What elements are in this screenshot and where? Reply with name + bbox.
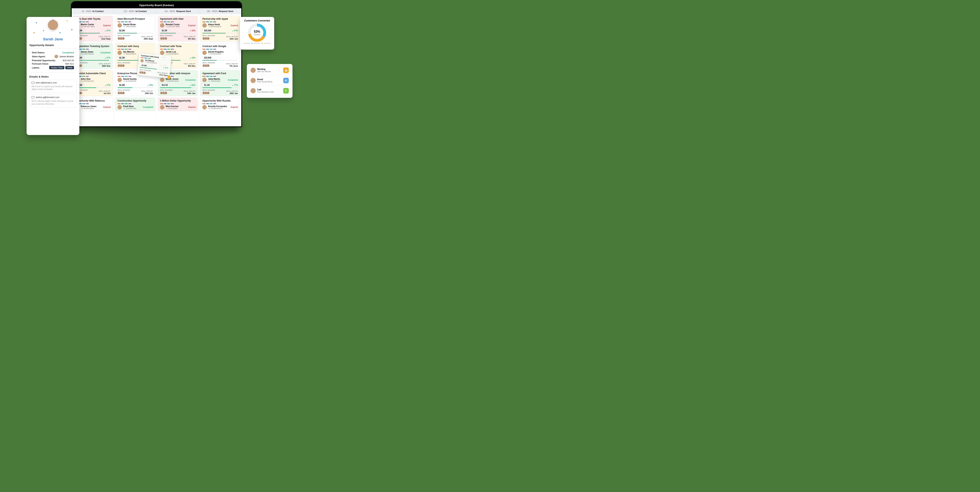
deal-makers[interactable] bbox=[202, 91, 215, 94]
potential-label: Potential Opportunity: bbox=[32, 59, 56, 62]
email-snippet: We're offering digital media strategies … bbox=[32, 100, 75, 105]
progress-bar bbox=[202, 33, 238, 33]
deal-amount: $2.2M bbox=[160, 29, 169, 32]
opportunity-card[interactable]: Contract with GoogleDavid Kingsley+1 876… bbox=[200, 43, 240, 69]
due-label: DEAL DUE BY bbox=[226, 63, 238, 65]
card-stripes bbox=[202, 76, 216, 77]
due-date: 14th Jan bbox=[184, 92, 196, 94]
dragging-card[interactable]: Contract with Sony Sia Warner+1 89123456… bbox=[137, 53, 172, 78]
deal-amount: $2.2M bbox=[118, 29, 127, 32]
label-pill-retail[interactable]: Retail bbox=[65, 66, 74, 69]
deal-makers[interactable] bbox=[118, 37, 130, 40]
due-label: DEAL DUE BY bbox=[99, 90, 111, 92]
deal-makers[interactable] bbox=[160, 91, 173, 94]
legend-dots bbox=[243, 43, 271, 44]
mail-icon: ✉ bbox=[283, 78, 289, 83]
deal-delta: 67% bbox=[232, 30, 238, 32]
activity-call[interactable]: Callfrom Randal Costa ✆ bbox=[249, 86, 291, 95]
column-pct: (0 - 20)% bbox=[82, 10, 91, 13]
column-header-4[interactable]: (61 - 80)%Request Sent bbox=[199, 8, 241, 14]
email-item[interactable]: ashton.g@domain2.com We're offering digi… bbox=[29, 94, 76, 107]
deal-makers[interactable] bbox=[202, 64, 215, 67]
deal-makers[interactable] bbox=[118, 64, 130, 67]
opportunity-card[interactable]: Construction OpportunityPaoli Dam+1 1234… bbox=[115, 98, 155, 111]
deal-delta: 43% bbox=[189, 57, 196, 59]
card-title: Contract with Tesla bbox=[160, 45, 196, 48]
opportunity-details-panel: Sarah Jane Opportunity Details Deal Stat… bbox=[27, 17, 80, 135]
column-label: In Contact bbox=[135, 10, 146, 13]
label-pill-supply-chain[interactable]: Supply Chain bbox=[49, 66, 64, 69]
opportunity-card[interactable]: Agreement with UberRandal Costa+1 234 56… bbox=[158, 16, 198, 41]
opportunity-card[interactable]: Agreement with FordJulia Martin+1 765432… bbox=[200, 70, 240, 96]
avatar bbox=[251, 88, 256, 93]
closed-label: Closed bbox=[254, 33, 260, 36]
activity-email[interactable]: Emailfrom Daniel Brian ✉ bbox=[249, 76, 291, 85]
progress-bar bbox=[75, 88, 111, 88]
progress-bar bbox=[160, 33, 196, 33]
due-date: 10th Oct bbox=[141, 92, 153, 94]
status-badge: Expired bbox=[188, 106, 196, 108]
due-date: 21st Sept bbox=[99, 38, 111, 40]
activity-meeting[interactable]: Meetingwith Sia Warner ▦ bbox=[249, 66, 291, 75]
deal-delta: 67% bbox=[105, 30, 111, 32]
opportunity-card[interactable]: Ideal Microsoft ProspectDaniel Brian+1 7… bbox=[115, 16, 155, 41]
card-title: Ideal Microsoft Prospect bbox=[118, 18, 153, 20]
opportunity-card[interactable]: Opportunity With RuzellaRuzella Fernande… bbox=[200, 98, 240, 111]
customer-name: Sarah Jane bbox=[29, 37, 76, 41]
progress-bar bbox=[202, 88, 238, 88]
column-header-2[interactable]: (21 - 40)%In Contact bbox=[114, 8, 157, 14]
opportunity-card[interactable]: 1 Million Dollar OpportunityMila Kutcher… bbox=[158, 98, 198, 111]
agent-name: James Aniston bbox=[59, 55, 74, 58]
agent-value[interactable]: James Aniston bbox=[54, 55, 74, 58]
status-badge: Expired bbox=[231, 106, 238, 108]
widget-title: Customers Converted bbox=[243, 19, 271, 22]
makers-label: DEAL MAKERS bbox=[160, 35, 173, 37]
contact-name: David Kingsley bbox=[208, 51, 224, 53]
makers-label: DEAL MAKERS bbox=[118, 35, 130, 37]
due-date: 1st Oct bbox=[99, 92, 111, 94]
deal-status-value: Completed bbox=[62, 51, 74, 54]
opportunity-card[interactable]: Partnership with AppleAlaya Hook+1 98765… bbox=[200, 16, 240, 41]
activity-widget: Meetingwith Sia Warner ▦ Emailfrom Danie… bbox=[247, 64, 293, 98]
donut-chart[interactable]: 53% Closed bbox=[248, 24, 266, 42]
due-date: 8th Dec bbox=[184, 65, 196, 67]
column-header-1[interactable]: (0 - 20)%In Contact bbox=[72, 8, 114, 14]
kanban-column[interactable]: Partnership with AppleAlaya Hook+1 98765… bbox=[199, 14, 241, 126]
column-pct: (21 - 40)% bbox=[124, 10, 134, 13]
avatar bbox=[202, 23, 207, 27]
column-label: Request Sent bbox=[177, 10, 191, 13]
contact-name: Sia Warner bbox=[123, 51, 136, 53]
avatar bbox=[202, 51, 207, 55]
contact-name: Ruzella Fernandez bbox=[208, 105, 227, 107]
column-label: In Contact bbox=[92, 10, 103, 13]
status-badge: Completed bbox=[100, 52, 111, 54]
deal-makers[interactable] bbox=[160, 37, 173, 40]
email-address: ashton.g@domain2.com bbox=[36, 96, 59, 99]
calendar-icon: ▦ bbox=[283, 67, 289, 73]
card-stripes bbox=[160, 103, 174, 104]
deal-makers[interactable] bbox=[202, 37, 215, 40]
email-item[interactable]: john.c@domain1.com We'd love to support … bbox=[29, 80, 76, 93]
due-label: DEAL DUE BY bbox=[184, 36, 196, 38]
card-title: Sales Deal with Toyota bbox=[75, 18, 111, 20]
contact-phone: +1 6549873216 bbox=[166, 80, 179, 82]
contact-phone: +1 3456789123 bbox=[81, 53, 94, 55]
deal-delta: 67% bbox=[163, 67, 169, 69]
contact-name: Mila Kutcher bbox=[166, 105, 179, 107]
agent-label: Sales Agent: bbox=[32, 55, 46, 58]
card-stripes bbox=[160, 21, 174, 22]
potential-value: $28,450.00 bbox=[63, 59, 74, 62]
envelope-icon bbox=[32, 82, 35, 84]
due-date: 7th June bbox=[226, 65, 238, 67]
column-header-3[interactable]: (41 - 60)%Request Sent bbox=[157, 8, 199, 14]
card-title: Agreement with Ford bbox=[202, 72, 238, 75]
details-heading: Opportunity Details bbox=[29, 44, 76, 47]
status-badge: Expired bbox=[188, 24, 196, 27]
due-date: 26th Jan bbox=[226, 92, 238, 94]
deal-makers[interactable] bbox=[118, 91, 130, 94]
progress-bar bbox=[75, 60, 111, 61]
customer-avatar[interactable] bbox=[47, 19, 59, 31]
status-badge: Completed bbox=[143, 106, 153, 108]
avatar bbox=[160, 23, 164, 27]
contact-phone: +1 7891234567 bbox=[123, 25, 136, 27]
